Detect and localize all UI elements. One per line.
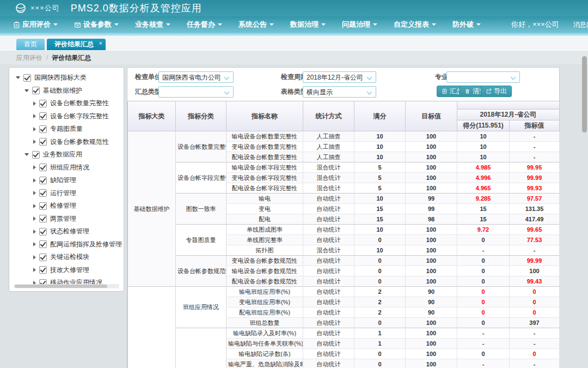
tree-item[interactable]: 检修管理 bbox=[9, 200, 124, 213]
tree-checkbox-checked[interactable] bbox=[32, 87, 40, 94]
tree-item-label[interactable]: 设备台帐数量完整性 bbox=[50, 99, 109, 108]
tree-expand-icon[interactable] bbox=[16, 76, 20, 79]
nav-item-3[interactable]: 任务督办 bbox=[187, 20, 222, 29]
tree-item[interactable]: 班组应用情况 bbox=[9, 161, 124, 174]
tree-item[interactable]: 设备台帐数量完整性 bbox=[9, 97, 124, 110]
tree-item[interactable]: 设备台帐参数规范性 bbox=[9, 136, 124, 149]
tree-collapse-icon[interactable] bbox=[33, 114, 36, 118]
tree-collapse-icon[interactable] bbox=[33, 204, 36, 208]
tree-collapse-icon[interactable] bbox=[33, 230, 36, 234]
tree-checkbox-checked[interactable] bbox=[39, 100, 47, 107]
tree-item-label[interactable]: 关键运检模块 bbox=[50, 252, 89, 262]
tab-close-icon[interactable]: × bbox=[99, 38, 102, 49]
statistic-method-cell: 自动统计 bbox=[303, 266, 354, 276]
period-header: 2018年12月-省公司 bbox=[457, 110, 560, 120]
filter-select[interactable]: 国网陕西省电力公司 bbox=[158, 71, 234, 83]
filter-select[interactable]: 2018年12月-省公司 bbox=[303, 71, 376, 83]
tree-item[interactable]: 两票管理 bbox=[9, 213, 124, 226]
indicator-name-cell: 配电班组应用率(%) bbox=[226, 307, 303, 318]
tree-checkbox-checked[interactable] bbox=[39, 254, 47, 261]
tree-item[interactable]: 技改大修管理 bbox=[9, 264, 124, 277]
filter-select[interactable] bbox=[158, 86, 234, 98]
tree-collapse-icon[interactable] bbox=[33, 165, 36, 170]
tree-expand-icon[interactable] bbox=[24, 153, 29, 156]
messages-link[interactable]: 消息(45) bbox=[573, 20, 588, 29]
nav-bar: 应用评价设备参数业务核查任务督办系统公告数据治理问题治理自定义报表防外破 你好，… bbox=[0, 16, 588, 33]
nav-item-1[interactable]: 设备参数 bbox=[74, 20, 119, 29]
tree-item-label[interactable]: 设备台帐字段完整性 bbox=[50, 112, 109, 121]
tree-item-label[interactable]: 配网运维指挥及抢修管理 bbox=[50, 240, 122, 249]
page-vertical-scrollbar[interactable] bbox=[582, 56, 587, 132]
tree-item-label[interactable]: 检修管理 bbox=[50, 201, 76, 210]
tab-active[interactable]: 评价结果汇总× bbox=[47, 39, 106, 50]
tree-item-label[interactable]: 运行管理 bbox=[50, 189, 76, 198]
filter-select[interactable] bbox=[446, 71, 520, 83]
tree-item-label[interactable]: 缺陷管理 bbox=[50, 176, 76, 185]
tree-checkbox-checked[interactable] bbox=[23, 74, 31, 82]
tree-checkbox-checked[interactable] bbox=[39, 177, 47, 184]
tree-checkbox-checked[interactable] bbox=[39, 112, 47, 120]
tree-item[interactable]: 设备台帐字段完整性 bbox=[9, 110, 124, 123]
evaluation-result-table: 指标大类指标分类指标名称统计方式满分目标值2018年12月-省公司得分(115.… bbox=[127, 101, 560, 368]
tree-checkbox-checked[interactable] bbox=[39, 138, 47, 146]
indicator-value-cell: 417.49 bbox=[510, 214, 560, 225]
target-value-cell: 100 bbox=[406, 359, 457, 368]
tree-checkbox-checked[interactable] bbox=[32, 151, 40, 159]
subcategory-cell: 设备台帐字段完整性 bbox=[176, 162, 226, 194]
tree-collapse-icon[interactable] bbox=[33, 101, 36, 106]
tree-collapse-icon[interactable] bbox=[33, 268, 36, 272]
tree-checkbox-checked[interactable] bbox=[39, 189, 47, 197]
nav-item-6[interactable]: 问题治理 bbox=[342, 20, 377, 29]
tree-checkbox-checked[interactable] bbox=[39, 240, 47, 248]
score-cell: 15 bbox=[457, 204, 510, 214]
tree-item[interactable]: 专题图质量 bbox=[9, 123, 124, 136]
tree-collapse-icon[interactable] bbox=[33, 242, 36, 246]
tree-item-label[interactable]: 技改大修管理 bbox=[50, 266, 89, 275]
tree-item[interactable]: 运行管理 bbox=[9, 187, 124, 200]
target-value-cell: 98 bbox=[406, 214, 457, 225]
nav-item-0[interactable]: 应用评价 bbox=[13, 20, 58, 29]
tree-item[interactable]: 国网陕西指标大类 bbox=[9, 71, 124, 85]
tab-home[interactable]: 首页 bbox=[16, 39, 45, 50]
tree-item-label[interactable]: 基础数据维护 bbox=[43, 86, 82, 95]
tree-collapse-icon[interactable] bbox=[33, 140, 36, 144]
filter-select[interactable]: 横向显示 bbox=[303, 86, 376, 98]
tree-item-label[interactable]: 国网陕西指标大类 bbox=[34, 73, 87, 82]
nav-item-2[interactable]: 业务核查 bbox=[135, 20, 170, 29]
tree-item-label[interactable]: 业务数据应用 bbox=[43, 150, 82, 159]
tree-item-label[interactable]: 状态检修管理 bbox=[50, 227, 89, 236]
target-value-cell: 100 bbox=[406, 318, 457, 328]
tree-expand-icon[interactable] bbox=[24, 89, 29, 92]
breadcrumb-parent[interactable]: 应用评价 bbox=[16, 54, 42, 62]
tree-checkbox-checked[interactable] bbox=[39, 228, 47, 236]
chevron-down-icon bbox=[224, 75, 230, 80]
tree-item-label[interactable]: 班组应用情况 bbox=[50, 163, 89, 172]
score-cell: 4.985 bbox=[457, 162, 510, 173]
tree-item[interactable]: 配网运维指挥及抢修管理 bbox=[9, 238, 124, 251]
tree-item[interactable]: 状态检修管理 bbox=[9, 225, 124, 238]
tree-checkbox-checked[interactable] bbox=[39, 202, 47, 210]
tree-scrollbar-thumb[interactable] bbox=[15, 285, 107, 288]
tree-checkbox-checked[interactable] bbox=[39, 215, 47, 222]
tree-item[interactable]: 基础数据维护 bbox=[9, 85, 124, 98]
tree-collapse-icon[interactable] bbox=[33, 255, 36, 260]
tree-collapse-icon[interactable] bbox=[33, 191, 36, 195]
tree-item-label[interactable]: 两票管理 bbox=[50, 214, 76, 224]
tree-checkbox-checked[interactable] bbox=[39, 266, 47, 274]
export-button[interactable]: 导出 bbox=[481, 86, 512, 97]
tree-item[interactable]: 业务数据应用 bbox=[9, 148, 124, 161]
tree-checkbox-checked[interactable] bbox=[39, 164, 47, 171]
nav-item-8[interactable]: 防外破 bbox=[452, 20, 481, 29]
nav-item-4[interactable]: 系统公告 bbox=[238, 20, 274, 29]
tree-item[interactable]: 关键运检模块 bbox=[9, 251, 124, 264]
tree-item[interactable]: 缺陷管理 bbox=[9, 174, 124, 187]
tree-item-label[interactable]: 设备台帐参数规范性 bbox=[50, 137, 109, 147]
tree-horizontal-scrollbar[interactable] bbox=[14, 284, 119, 288]
tree-item-label[interactable]: 专题图质量 bbox=[50, 124, 83, 134]
nav-item-5[interactable]: 数据治理 bbox=[290, 20, 326, 29]
tree-collapse-icon[interactable] bbox=[33, 216, 36, 221]
tree-collapse-icon[interactable] bbox=[33, 127, 36, 131]
tree-checkbox-checked[interactable] bbox=[39, 125, 47, 133]
tree-collapse-icon[interactable] bbox=[33, 178, 36, 183]
nav-item-7[interactable]: 自定义报表 bbox=[394, 20, 436, 29]
